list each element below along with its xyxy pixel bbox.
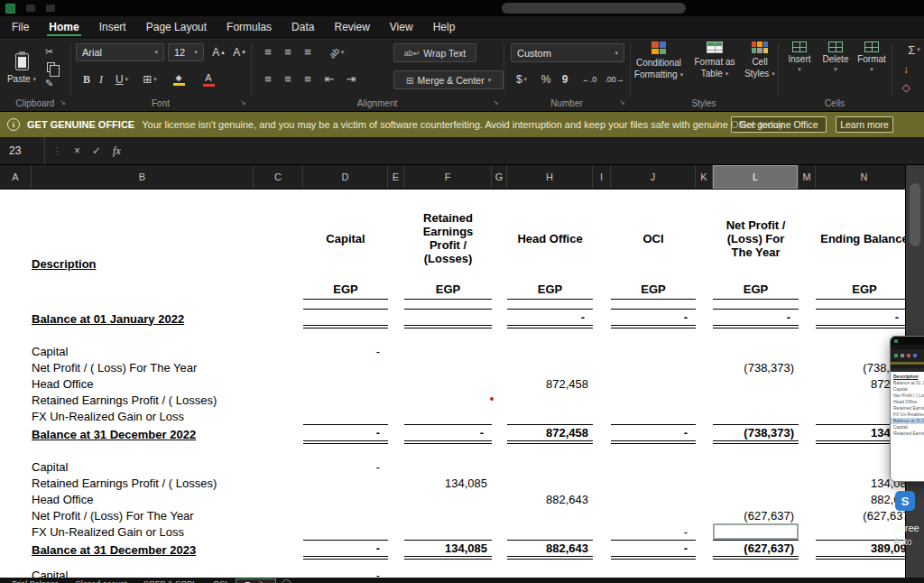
cell-F[interactable]: -: [404, 424, 492, 444]
wrap-text-button[interactable]: ab↵Wrap Text: [393, 43, 476, 62]
column-header-N[interactable]: N: [816, 165, 913, 189]
row-label[interactable]: Capital: [32, 458, 254, 475]
row-label[interactable]: Retained Earnings Profit / ( Losses): [32, 392, 254, 408]
decrease-indent-icon[interactable]: ⇤: [321, 70, 337, 88]
fill-icon[interactable]: ↓: [899, 63, 913, 76]
column-header-A[interactable]: A: [0, 165, 32, 189]
cell-F[interactable]: 134,085: [404, 475, 492, 491]
italic-button[interactable]: I: [96, 70, 106, 88]
row-label[interactable]: Balance at 31 December 2022: [32, 424, 254, 444]
alignment-dialog-launcher-icon[interactable]: ↘: [493, 98, 499, 107]
align-center-icon[interactable]: ≡: [280, 70, 296, 88]
row-label[interactable]: Capital: [32, 343, 254, 359]
enter-icon[interactable]: ✓: [92, 144, 101, 157]
number-format-select[interactable]: Custom▾: [511, 43, 624, 62]
row-label[interactable]: Head Office: [32, 491, 254, 507]
share-app-icon[interactable]: S: [895, 491, 915, 511]
new-sheet-button[interactable]: +: [282, 579, 291, 583]
column-header-E[interactable]: E: [388, 165, 404, 189]
format-cells-button[interactable]: Format ▾: [854, 42, 890, 96]
selected-cell[interactable]: [713, 523, 799, 540]
cell-J[interactable]: -: [611, 523, 696, 540]
sheet-tab-trial-balance[interactable]: Trial Balance: [4, 578, 67, 583]
column-header-B[interactable]: B: [32, 165, 254, 189]
row-label[interactable]: Head Office: [32, 375, 254, 392]
row-label[interactable]: Retained Earnings Profit / ( Losses): [32, 475, 254, 491]
column-header-F[interactable]: F: [404, 165, 492, 189]
copy-icon[interactable]: [47, 62, 55, 72]
sheet-tab-oci[interactable]: OCI: [205, 578, 236, 583]
increase-decimal-button[interactable]: ←.0: [578, 70, 601, 88]
insert-cells-button[interactable]: Insert ▾: [781, 42, 818, 96]
sheet-tab-equity[interactable]: Equity: [236, 578, 276, 583]
number-dialog-launcher-icon[interactable]: ↘: [619, 98, 625, 107]
formula-bar-handle[interactable]: ⋮: [52, 145, 62, 157]
bold-button[interactable]: B: [79, 70, 94, 88]
cell-L[interactable]: (738,373): [713, 359, 799, 375]
column-header-K[interactable]: K: [696, 165, 713, 189]
font-dialog-launcher-icon[interactable]: ↘: [240, 98, 246, 107]
column-header-I[interactable]: I: [593, 165, 611, 189]
format-painter-icon[interactable]: ✎: [45, 78, 53, 88]
ribbon-tab-formulas[interactable]: Formulas: [217, 16, 282, 37]
percent-style-button[interactable]: %: [538, 70, 554, 88]
clipboard-dialog-launcher-icon[interactable]: ↘: [60, 98, 66, 107]
ribbon-tab-insert[interactable]: Insert: [89, 16, 136, 37]
cell-D[interactable]: [303, 309, 388, 329]
column-header-L[interactable]: L: [713, 165, 799, 189]
row-label[interactable]: Balance at 01 January 2022: [32, 309, 254, 329]
clear-icon[interactable]: ◇: [899, 81, 913, 94]
column-header-M[interactable]: M: [799, 165, 816, 189]
cell-D[interactable]: -: [303, 540, 388, 560]
ribbon-tab-home[interactable]: Home: [39, 16, 88, 37]
get-genuine-office-button[interactable]: Get genuine Office: [731, 116, 827, 133]
mini-window-thumbnail[interactable]: DescriptionBalance at 01 January 2022Cap…: [890, 336, 924, 482]
font-name-select[interactable]: Arial▾: [76, 43, 164, 61]
comma-style-button[interactable]: 9: [558, 70, 572, 88]
cell-H[interactable]: 882,643: [507, 540, 593, 560]
cell-H[interactable]: 872,458: [507, 424, 593, 444]
cell-L[interactable]: (738,373): [713, 424, 799, 444]
row-label[interactable]: FX Un-Realized Gain or Loss: [32, 408, 254, 424]
cell-J[interactable]: -: [611, 309, 696, 329]
sheet-tab-sofp-sopl[interactable]: SOFP & SOPL: [135, 578, 205, 583]
format-as-table-button[interactable]: Format as Table▾: [689, 42, 740, 96]
align-top-icon[interactable]: ≡: [260, 43, 276, 61]
ribbon-tab-view[interactable]: View: [380, 16, 423, 37]
font-color-button[interactable]: A: [195, 70, 222, 88]
ribbon-tab-help[interactable]: Help: [423, 16, 466, 37]
increase-font-size-icon[interactable]: A▴: [208, 43, 229, 61]
conditional-formatting-button[interactable]: Conditional Formatting▾: [632, 42, 686, 96]
search-box[interactable]: [502, 3, 686, 14]
ribbon-tab-file[interactable]: File: [2, 16, 39, 37]
cell-F[interactable]: [404, 309, 492, 329]
paste-button[interactable]: Paste▾: [4, 42, 40, 96]
undo-icon[interactable]: [46, 5, 55, 12]
cell-L[interactable]: (627,637): [713, 540, 799, 560]
accounting-format-button[interactable]: $▾: [509, 70, 534, 88]
column-header-D[interactable]: D: [303, 165, 388, 189]
orientation-button[interactable]: ab▾: [321, 43, 352, 61]
delete-cells-button[interactable]: Delete ▾: [818, 42, 854, 96]
cell-H[interactable]: 882,643: [507, 491, 593, 507]
row-label[interactable]: FX Un-Realized Gain or Loss: [32, 523, 254, 540]
save-icon[interactable]: [26, 5, 35, 12]
increase-indent-icon[interactable]: ⇥: [343, 70, 359, 88]
column-header-J[interactable]: J: [611, 165, 696, 189]
cell-J[interactable]: -: [611, 540, 696, 560]
learn-more-button[interactable]: Learn more: [836, 116, 893, 133]
screenshot-preview-popup[interactable]: DescriptionBalance at 01 January 2022Cap…: [890, 336, 924, 547]
decrease-font-size-icon[interactable]: A▾: [230, 43, 248, 61]
align-right-icon[interactable]: ≡: [300, 70, 316, 88]
ribbon-tab-data[interactable]: Data: [282, 16, 324, 37]
autosum-button[interactable]: Σ▾: [899, 42, 924, 58]
align-bottom-icon[interactable]: ≡: [300, 43, 316, 61]
cancel-icon[interactable]: ×: [74, 144, 80, 157]
row-label[interactable]: Net Profit / ( Loss) For The Year: [32, 359, 254, 375]
ribbon-tab-page-layout[interactable]: Page Layout: [136, 16, 217, 37]
row-label[interactable]: Net Profit / (Loss) For The Year: [32, 507, 254, 523]
cell-L[interactable]: (627,637): [713, 507, 799, 523]
align-middle-icon[interactable]: ≡: [280, 43, 296, 61]
name-box[interactable]: 23: [0, 137, 45, 164]
cell-N[interactable]: -: [816, 309, 905, 329]
